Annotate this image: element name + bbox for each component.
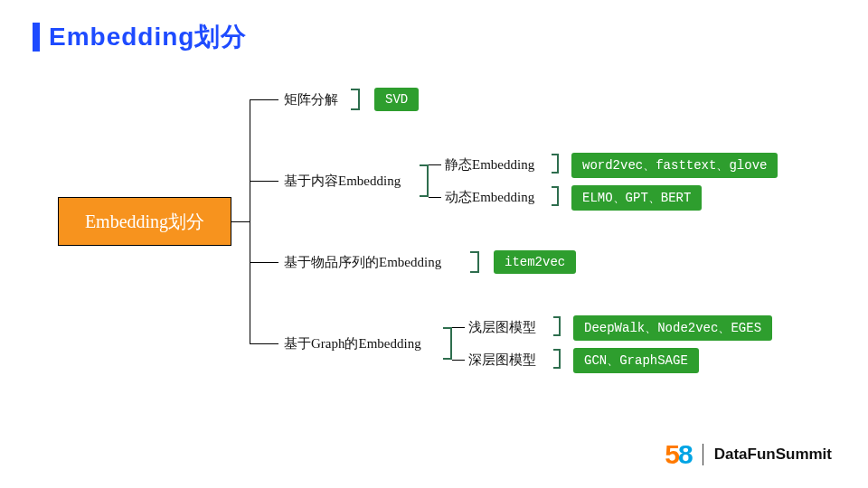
connector [250, 99, 278, 100]
branch-label-item: 基于物品序列的Embedding [284, 254, 441, 271]
bracket-icon [443, 327, 452, 360]
bracket-icon [420, 164, 429, 197]
tag-word2vec: word2vec、fasttext、glove [571, 153, 778, 178]
footer-separator [703, 444, 703, 465]
branch-label-matrix: 矩阵分解 [284, 91, 338, 108]
connector [250, 181, 278, 182]
connector [250, 343, 278, 344]
connector [231, 221, 250, 222]
connector [429, 164, 441, 165]
footer-text: DataFunSummit [714, 446, 832, 464]
branch-label-content: 基于内容Embedding [284, 173, 401, 190]
bracket-icon [351, 89, 360, 110]
connector [429, 197, 441, 198]
child-label-deep: 深层图模型 [468, 352, 536, 369]
diagram: Embedding划分 矩阵分解 SVD 基于内容Embedding 静态Emb… [33, 72, 835, 407]
tag-deepwalk: DeepWalk、Node2vec、EGES [573, 315, 772, 341]
child-label-static: 静态Embedding [445, 156, 534, 174]
bracket-icon [553, 316, 561, 336]
title-marker [33, 23, 40, 52]
child-label-dynamic: 动态Embedding [445, 189, 534, 206]
footer: 58 DataFunSummit [665, 439, 832, 470]
tag-elmo: ELMO、GPT、BERT [571, 185, 702, 211]
child-label-shallow: 浅层图模型 [468, 319, 536, 336]
logo-digit-8: 8 [678, 439, 692, 469]
logo-digit-5: 5 [665, 439, 678, 469]
bracket-icon [552, 186, 559, 206]
bracket-icon [552, 154, 559, 174]
logo-58: 58 [665, 439, 691, 470]
connector [452, 360, 465, 361]
page-title: Embedding划分 [49, 20, 247, 54]
tag-svd: SVD [374, 88, 419, 111]
connector [452, 327, 465, 328]
bracket-icon [553, 349, 561, 369]
tag-item2vec: item2vec [494, 250, 576, 274]
branch-label-graph: 基于Graph的Embedding [284, 335, 421, 352]
title-bar: Embedding划分 [33, 20, 247, 54]
connector [250, 99, 250, 343]
connector [250, 262, 278, 263]
slide: Embedding划分 Embedding划分 矩阵分解 SVD 基于内容Emb… [0, 0, 868, 488]
bracket-icon [470, 251, 479, 273]
root-node: Embedding划分 [58, 197, 231, 246]
tag-gcn: GCN、GraphSAGE [573, 348, 699, 373]
